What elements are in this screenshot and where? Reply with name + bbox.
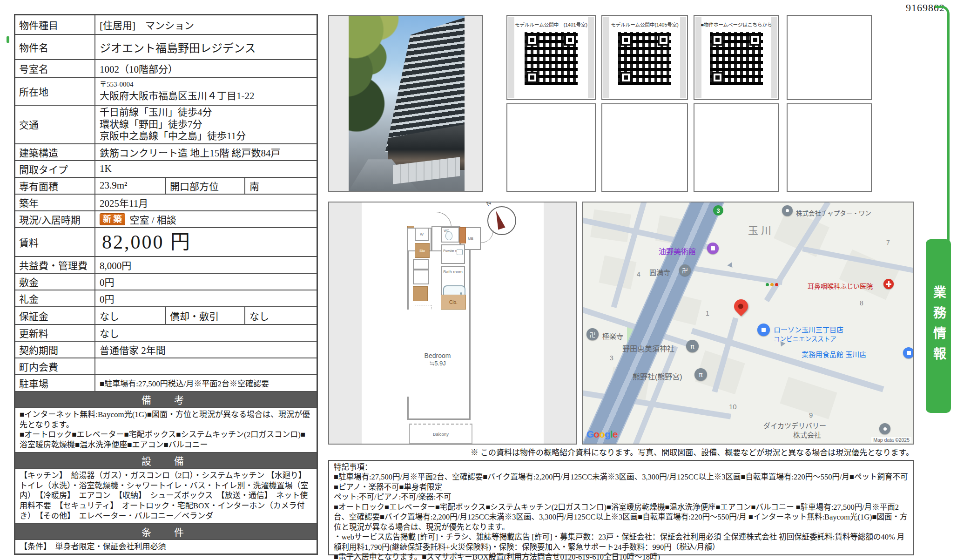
row-label: 専有面積 [15, 178, 95, 194]
table-row-contract-term: 契約期間 普通借家 2年間 [15, 341, 317, 358]
table-row-transit: 交通 千日前線「玉川」徒歩4分 環状線「野田」徒歩7分 京阪中之島線「中之島」徒… [15, 105, 317, 143]
address-text: 大阪府大阪市福島区玉川４丁目1-22 [100, 88, 255, 102]
map-label-tamagawa: 玉川 [748, 222, 774, 237]
notes-line: 特記事項： [334, 462, 908, 472]
table-row-parking: 駐車場 ■駐車場有:27,500円税込/月※平面2台※空確認要 [15, 374, 317, 391]
qr-caption: モデルルーム公開中(1405号室) [602, 16, 687, 28]
row-value: 2025年11月 [95, 195, 317, 210]
notes-line: ■オートロック■エレベーター■宅配ボックス■システムキッチン(2口ガスコンロ)■… [334, 502, 908, 532]
table-row-rent: 賃料 82,000 円 [15, 227, 317, 256]
bedroom-label: Bedroom ≒5.9J [407, 351, 468, 368]
map-block-number: 1 [706, 310, 709, 317]
table-row-guarantee: 保証金 なし 償却・敷引 なし [15, 306, 317, 324]
museum-poi-icon[interactable] [707, 243, 719, 254]
row-value-2: なし [245, 307, 317, 324]
table-row-address: 所在地 〒553-0004 大阪府大阪市福島区玉川４丁目1-22 [15, 77, 317, 105]
delivery-poi-icon[interactable] [879, 423, 890, 434]
row-value: ジオエント福島野田レジデンス [95, 35, 317, 59]
door-arc [436, 212, 452, 227]
green-corner-mark [7, 36, 9, 43]
business-info-tab[interactable]: 業務情報 [926, 239, 951, 413]
shrine-poi-icon[interactable]: π [686, 340, 699, 352]
qr-panel-homepage: ■物件ホームページはこちらから [694, 15, 779, 100]
clinic-poi-icon[interactable] [883, 279, 894, 289]
map-block-number: 3 [610, 354, 613, 362]
row-label: 交通 [15, 106, 95, 143]
qr-code [525, 32, 578, 85]
temple-poi-icon[interactable]: 卍 [679, 264, 691, 276]
bedroom-name: Bedroom [407, 351, 468, 360]
plan-kitchen-sink [413, 270, 429, 284]
special-notes-box: 特記事項： ■駐車場有:27,500円/月※平面2台、空確認要■バイク置場有:2… [328, 460, 914, 555]
door-arc [481, 230, 493, 243]
map-label-museum[interactable]: 油野美術館 [659, 245, 696, 256]
rent-amount: 82,000 円 [95, 228, 317, 256]
map-label-daikatsu[interactable]: ダイカツデリバリー [763, 420, 826, 430]
qr-code [710, 32, 763, 85]
empty-photo-box [787, 15, 872, 100]
map-block-number: 4 [637, 270, 640, 278]
washer-label: W [416, 232, 428, 236]
plan-wc-strip [459, 227, 466, 243]
table-row-structure: 建築構造 鉄筋コンクリート造 地上15階 総戸数84戸 [15, 143, 317, 160]
row-label: 礼金 [15, 290, 95, 306]
plan-washer: W [415, 228, 429, 241]
map-label-enmanji[interactable]: 圓満寺 [649, 267, 670, 277]
notes-line: ・webサービス広告掲載 [許可]・チラシ、雑誌等掲載広告 [許可]・募集戸数：… [334, 532, 908, 552]
section-header-remarks: 備 考 [15, 391, 317, 407]
qr-panel-model-room-1405: モデルルーム公開中(1405号室) [601, 15, 688, 100]
map-building-block [780, 377, 837, 419]
empty-photo-box [601, 103, 688, 192]
map-label-lawson-sub: コンビニエンスストア [774, 334, 836, 343]
shrine-poi-icon[interactable]: π [694, 368, 707, 381]
row-label: 間取タイプ [15, 161, 95, 177]
map-label-lawson[interactable]: ローソン玉川三丁目店 [774, 324, 843, 334]
plan-balcony: Balcony [409, 424, 472, 444]
map-label-daikatsu-sub: 株式会社 [793, 430, 821, 439]
building-photo [328, 15, 483, 192]
table-row-room-number: 号室名 1002（10階部分） [15, 59, 317, 77]
map-label-clinic[interactable]: 耳鼻咽喉科ふじい医院 [808, 281, 873, 290]
compass-needle [492, 209, 505, 229]
plan-wc: WC [441, 227, 459, 243]
row-label: 共益費・管理費 [15, 257, 95, 273]
lawson-poi-icon[interactable] [757, 324, 770, 336]
row-label: 契約期間 [15, 342, 95, 358]
table-row-town-fee: 町内会費 [15, 358, 317, 374]
notes-line: ■電子入居申となります。■スマサポキーBOX設置(利用方法問合せ0120-619… [334, 552, 908, 560]
row-label-2: 償却・敷引 [166, 307, 245, 324]
green-border-line [935, 6, 950, 241]
map-label-kumano[interactable]: 熊野社(熊野宮) [633, 371, 682, 382]
row-value: 0円 [95, 290, 317, 306]
row-value: 1K [95, 161, 317, 177]
postal-code: 〒553-0004 [100, 81, 134, 88]
section-conditions: 【条件】 単身者限定・保証会社利用必須 [15, 539, 317, 554]
row-label: 更新料 [15, 325, 95, 341]
bathroom-label: Bath room [442, 270, 464, 275]
table-row-key-money: 礼金 0円 [15, 290, 317, 306]
map-label-chapter-one[interactable]: 株式会社チャプター・ワン [796, 208, 871, 217]
row-label: 町内会費 [15, 358, 95, 374]
traffic-light-icon [766, 283, 778, 286]
map-attribution: Map data ©2025 [871, 437, 911, 443]
supermarket-poi-icon[interactable] [903, 347, 914, 358]
map-label-noda-shrine[interactable]: 野田恵美須神社 [622, 343, 674, 354]
row-label: 賃料 [15, 228, 95, 256]
row-value: 千日前線「玉川」徒歩4分 環状線「野田」徒歩7分 京阪中之島線「中之島」徒歩11… [95, 106, 317, 143]
qr-panel-model-room-1401: モデルルーム公開中 (1401号室) [506, 15, 596, 100]
empty-photo-box [506, 103, 596, 192]
google-logo[interactable]: Google [586, 429, 617, 440]
row-label: 号室名 [15, 60, 95, 77]
sink-icon [457, 249, 463, 255]
map-block-number: 8 [860, 299, 863, 307]
map-label-gyomu-super[interactable]: 業務用食品館 玉川店 [802, 349, 866, 359]
notes-line: ■駐車場有:27,500円/月※平面2台、空確認要■バイク置場有:2,200円/… [334, 472, 908, 492]
company-poi-icon[interactable] [782, 205, 793, 216]
row-value: なし [95, 325, 317, 341]
route-shield-3: 3 [713, 205, 723, 216]
row-label-2: 開口部方位 [166, 178, 245, 194]
temple-poi-icon[interactable]: 卍 [586, 328, 599, 340]
location-map[interactable]: 3 玉川 株式会社チャプター・ワン 7 油野美術館 圓満寺 卍 4 耳鼻咽喉科ふ… [582, 202, 914, 445]
qr-caption: ■物件ホームページはこちらから [694, 16, 778, 28]
map-label-gokurakuji[interactable]: 極楽寺 [602, 331, 623, 341]
